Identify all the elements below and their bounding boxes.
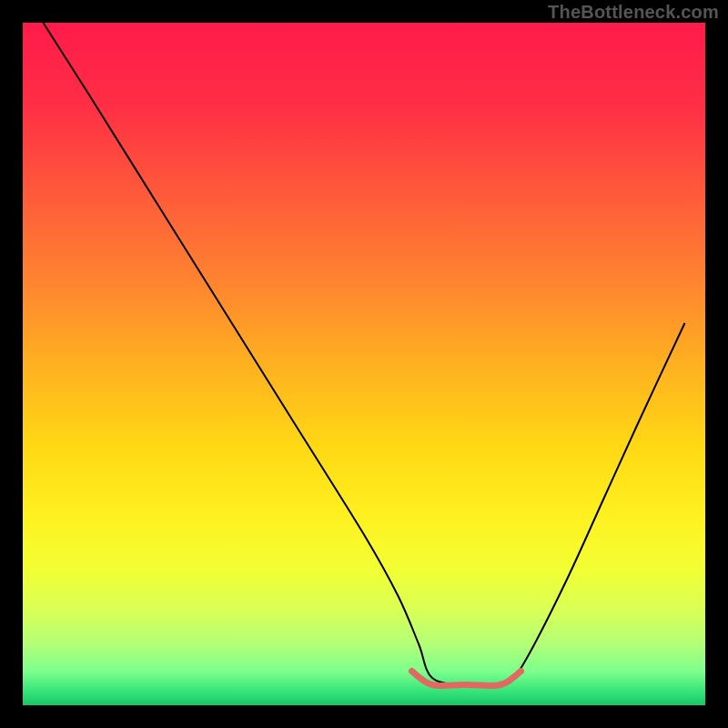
plot-area [23,23,705,705]
chart-canvas [0,0,728,728]
bottleneck-chart: TheBottleneck.com [0,0,728,728]
watermark-label: TheBottleneck.com [548,2,719,23]
